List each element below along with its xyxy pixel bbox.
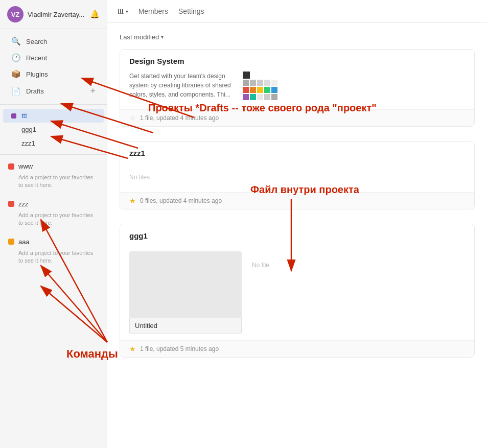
file-untitled[interactable]: Untitled [129, 251, 242, 334]
design-system-preview: Get started with your team's design syst… [129, 67, 465, 104]
project-design-system-header: Design System Get started with your team… [120, 50, 474, 109]
team-color-indicator [11, 113, 16, 119]
team-zzz-color [8, 201, 14, 207]
star-filled-icon-ggg1[interactable]: ★ [129, 345, 136, 353]
avatar: VZ [7, 6, 24, 22]
project-ggg1-header: ggg1 [120, 224, 474, 247]
search-icon: 🔍 [11, 37, 21, 46]
clock-icon: 🕐 [11, 53, 21, 62]
file-name: Untitled [129, 318, 242, 334]
project-ggg1: ggg1 Untitled No file ★ 1 file, updated … [120, 224, 475, 358]
header-settings[interactable]: Settings [178, 5, 204, 17]
team-project-ttt[interactable]: ttt [3, 109, 104, 123]
team-project-ggg1[interactable]: ggg1 [3, 123, 104, 136]
drafts-icon: 📄 [11, 87, 21, 96]
sort-label[interactable]: Last modified [120, 33, 159, 41]
nav-drafts[interactable]: 📄 Drafts + [3, 82, 104, 100]
sort-chevron-icon: ▾ [161, 34, 164, 40]
team-aaa-placeholder: Add a project to your favorites to see i… [0, 248, 107, 268]
nav-recent[interactable]: 🕐 Recent [3, 50, 104, 66]
user-profile-row[interactable]: VZ Vladimir Zavertay... 🔔 [0, 0, 107, 29]
star-icon[interactable]: ☆ [129, 114, 136, 122]
nav-search[interactable]: 🔍 Search [3, 33, 104, 50]
team-www-header[interactable]: www [0, 160, 107, 173]
no-files-placeholder: No files [129, 169, 150, 186]
team-group-zzz: zzz Add a project to your favorites to s… [0, 198, 107, 230]
star-filled-icon[interactable]: ★ [129, 197, 136, 205]
team-www-placeholder: Add a project to your favorites to see i… [0, 173, 107, 193]
project-design-system: Design System Get started with your team… [120, 49, 475, 127]
project-design-system-footer: ☆ 1 file, updated 4 minutes ago [120, 109, 474, 126]
project-ggg1-footer: ★ 1 file, updated 5 minutes ago [120, 340, 474, 357]
project-zzz1-header: zzz1 [120, 142, 474, 164]
workspace-title[interactable]: ttt ▾ [118, 7, 128, 15]
team-aaa-color [8, 239, 14, 245]
ds-black-swatch [243, 72, 250, 79]
active-team-section: ttt ggg1 zzz1 [0, 105, 107, 154]
project-ggg1-title: ggg1 [129, 231, 465, 240]
project-zzz1-footer: ★ 0 files, updated 4 minutes ago [120, 192, 474, 209]
sidebar: VZ Vladimir Zavertay... 🔔 🔍 Search 🕐 Rec… [0, 0, 107, 448]
file-thumbnail [129, 251, 242, 318]
project-zzz1-title: zzz1 [129, 149, 465, 157]
team-zzz-header[interactable]: zzz [0, 198, 107, 210]
workspace-chevron-icon: ▾ [126, 9, 128, 14]
user-name: Vladimir Zavertay... [28, 11, 86, 18]
ds-color-row-3 [243, 94, 277, 100]
project-design-system-meta: 1 file, updated 4 minutes ago [140, 114, 219, 122]
notifications-icon[interactable]: 🔔 [90, 10, 100, 19]
no-file-right: No file [242, 251, 280, 279]
team-aaa-header[interactable]: aaa [0, 235, 107, 248]
teams-section: www Add a project to your favorites to s… [0, 154, 107, 278]
main-header: ttt ▾ Members Settings [107, 0, 487, 23]
plugins-icon: 📦 [11, 69, 21, 79]
main-content-area: ttt ▾ Members Settings Last modified ▾ D… [107, 0, 487, 448]
ds-color-row-1 [243, 80, 277, 86]
sort-bar[interactable]: Last modified ▾ [120, 33, 475, 41]
ds-color-row-2 [243, 87, 277, 93]
projects-content: Last modified ▾ Design System Get starte… [107, 23, 487, 448]
project-ggg1-meta: 1 file, updated 5 minutes ago [140, 345, 219, 352]
nav-plugins[interactable]: 📦 Plugins [3, 66, 104, 82]
project-zzz1: zzz1 No files ★ 0 files, updated 4 minut… [120, 141, 475, 209]
project-ggg1-files: Untitled No file [120, 247, 474, 340]
ds-color-preview [243, 72, 277, 100]
header-members[interactable]: Members [138, 5, 168, 17]
team-group-www: www Add a project to your favorites to s… [0, 160, 107, 193]
team-www-color [8, 163, 14, 170]
project-design-system-title: Design System [129, 57, 465, 65]
team-project-zzz1[interactable]: zzz1 [3, 136, 104, 150]
team-group-aaa: aaa Add a project to your favorites to s… [0, 235, 107, 268]
team-zzz-placeholder: Add a project to your favorites to see i… [0, 210, 107, 230]
add-draft-button[interactable]: + [90, 86, 96, 97]
project-zzz1-meta: 0 files, updated 4 minutes ago [140, 197, 222, 204]
sidebar-nav: 🔍 Search 🕐 Recent 📦 Plugins 📄 Drafts + [0, 29, 107, 105]
project-zzz1-files: No files [120, 164, 474, 192]
design-system-description: Get started with your team's design syst… [129, 72, 231, 100]
